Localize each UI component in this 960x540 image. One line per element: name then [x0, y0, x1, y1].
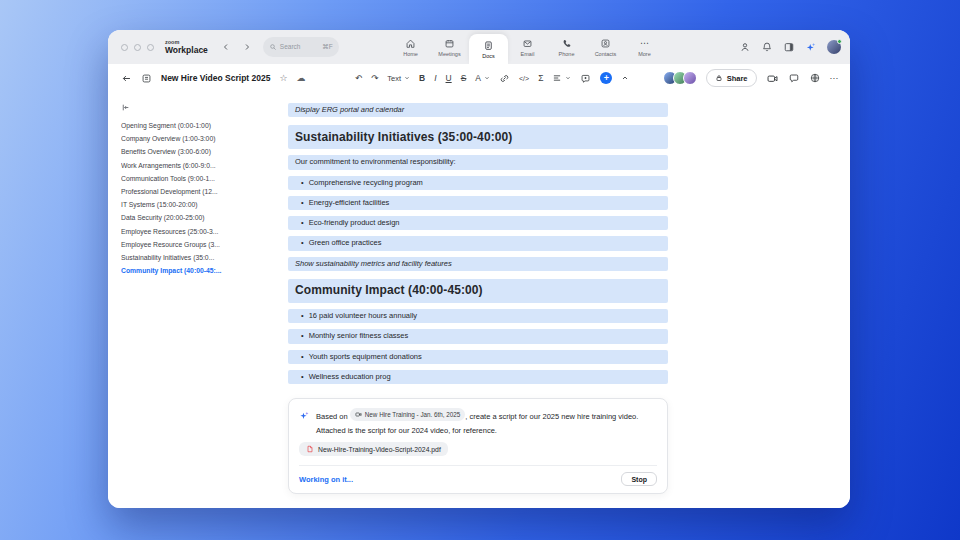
doc-block-h[interactable]: Sustainability Initiatives (35:00-40:00) [288, 125, 668, 149]
share-button[interactable]: Share [706, 69, 757, 87]
text-style-dropdown[interactable]: Text [387, 74, 410, 83]
document-body[interactable]: Display ERG portal and calendarSustainab… [288, 92, 668, 508]
side-panel-icon[interactable] [783, 41, 795, 53]
tab-contacts[interactable]: Contacts [586, 30, 625, 64]
outline-item[interactable]: Sustainability Initiatives (35:0... [121, 251, 273, 264]
redo-icon[interactable]: ↷ [371, 74, 378, 83]
doc-block-bullet[interactable]: •Comprehensive recycling program [288, 176, 668, 190]
collapse-outline-icon[interactable] [121, 103, 280, 112]
logo-workplace-text: Workplace [165, 46, 208, 55]
outline-item[interactable]: Benefits Overview (3:00-6:00) [121, 145, 273, 158]
phone-icon [561, 37, 572, 49]
window-controls[interactable] [121, 44, 154, 51]
desktop: { "colors": { "accent_blue": "#1a6ef5", … [0, 0, 960, 540]
undo-icon[interactable]: ↶ [355, 74, 362, 83]
outline-item[interactable]: Data Security (20:00-25:00) [121, 211, 273, 224]
doc-block-bullet[interactable]: •Green office practices [288, 236, 668, 250]
doc-block-bullet[interactable]: •Youth sports equipment donations [288, 350, 668, 364]
favorite-star-icon[interactable]: ☆ [279, 74, 287, 83]
outline-list: Opening Segment (0:00-1:00)Company Overv… [121, 119, 280, 277]
contacts-status-icon[interactable] [739, 41, 751, 53]
tab-label: Phone [559, 51, 575, 57]
tab-more[interactable]: ⋯More [625, 30, 664, 64]
stop-button[interactable]: Stop [621, 472, 657, 486]
doc-list-icon[interactable] [141, 73, 152, 84]
more-options-icon[interactable]: ⋯ [830, 74, 839, 83]
doc-block-italic[interactable]: Display ERG portal and calendar [288, 103, 668, 117]
video-camera-icon[interactable] [766, 72, 779, 85]
search-icon [269, 43, 277, 51]
meeting-reference-chip[interactable]: New Hire Training - Jan. 6th, 2025 [350, 408, 466, 421]
bullet-text: Green office practices [309, 239, 382, 247]
globe-icon[interactable] [809, 72, 821, 84]
ai-prompt-text: Based on New Hire Training - Jan. 6th, 2… [316, 408, 638, 437]
home-icon [405, 37, 416, 49]
zoom-window-button[interactable] [147, 44, 154, 51]
pdf-attachment-chip[interactable]: New-Hire-Training-Video-Script-2024.pdf [299, 442, 448, 456]
bullet-text: 16 paid volunteer hours annually [309, 312, 417, 320]
italic-button[interactable]: I [434, 74, 436, 83]
collapse-toolbar-icon[interactable] [621, 74, 629, 82]
online-status-dot [837, 39, 842, 44]
bullet-dot: • [301, 199, 304, 207]
outline-item[interactable]: IT Systems (15:00-20:00) [121, 198, 273, 211]
outline-item[interactable]: Opening Segment (0:00-1:00) [121, 119, 273, 132]
notifications-bell-icon[interactable] [761, 41, 773, 53]
collaborator-avatar[interactable] [683, 71, 697, 85]
formula-icon[interactable]: Σ [538, 74, 543, 83]
outline-item[interactable]: Employee Resource Groups (3... [121, 238, 273, 251]
search-shortcut: ⌘F [322, 43, 332, 51]
doc-block-bullet[interactable]: •Monthly senior fitness classes [288, 329, 668, 343]
comment-icon[interactable] [580, 73, 591, 84]
doc-block-bullet[interactable]: •Eco-friendly product design [288, 216, 668, 230]
tab-email[interactable]: Email [508, 30, 547, 64]
nav-forward-button[interactable] [243, 43, 251, 51]
document-icon [483, 39, 494, 51]
doc-block-h[interactable]: Community Impact (40:00-45:00) [288, 279, 668, 303]
bullet-text: Wellness education prog [309, 373, 391, 381]
strikethrough-button[interactable]: S [461, 74, 467, 83]
doc-block-bullet[interactable]: •Energy-efficient facilities [288, 196, 668, 210]
tab-phone[interactable]: Phone [547, 30, 586, 64]
bullet-dot: • [301, 239, 304, 247]
doc-block-italic[interactable]: Show sustainability metrics and facility… [288, 257, 668, 271]
text-color-dropdown[interactable]: A [475, 74, 490, 83]
doc-block-p[interactable]: Our commitment to environmental responsi… [288, 155, 668, 169]
ellipsis-icon: ⋯ [640, 37, 649, 49]
close-window-button[interactable] [121, 44, 128, 51]
underline-button[interactable]: U [446, 74, 452, 83]
document-title[interactable]: New Hire Video Script 2025 [161, 73, 270, 83]
bold-button[interactable]: B [419, 74, 425, 83]
bullet-dot: • [301, 312, 304, 320]
bullet-text: Monthly senior fitness classes [309, 332, 409, 340]
tab-home[interactable]: Home [391, 30, 430, 64]
outline-item[interactable]: Professional Development (12... [121, 185, 273, 198]
document-outline-sidebar: Opening Segment (0:00-1:00)Company Overv… [108, 92, 280, 508]
outline-item[interactable]: Employee Resources (25:00-3... [121, 225, 273, 238]
tab-docs[interactable]: Docs [469, 34, 508, 64]
ai-companion-icon[interactable] [805, 41, 817, 53]
bullet-dot: • [301, 332, 304, 340]
outline-item[interactable]: Community Impact (40:00-45:... [121, 264, 273, 277]
outline-item[interactable]: Communication Tools (9:00-1... [121, 172, 273, 185]
link-icon[interactable] [499, 73, 510, 84]
user-avatar[interactable] [827, 40, 841, 54]
insert-plus-button[interactable]: + [600, 72, 612, 84]
code-icon[interactable]: </> [519, 75, 529, 82]
contacts-icon [600, 37, 611, 49]
nav-back-button[interactable] [222, 43, 230, 51]
app-tabs: HomeMeetingsDocsEmailPhoneContacts⋯More [391, 30, 664, 64]
back-arrow-icon[interactable] [121, 73, 132, 84]
outline-item[interactable]: Company Overview (1:00-3:00) [121, 132, 273, 145]
search-input[interactable]: Search ⌘F [263, 37, 339, 57]
chat-bubble-icon[interactable] [788, 72, 800, 84]
tab-meetings[interactable]: Meetings [430, 30, 469, 64]
outline-item[interactable]: Work Arrangements (6:00-9:0... [121, 159, 273, 172]
doc-block-bullet[interactable]: •16 paid volunteer hours annually [288, 309, 668, 323]
collaborator-avatars[interactable] [663, 71, 697, 85]
bullet-dot: • [301, 219, 304, 227]
minimize-window-button[interactable] [134, 44, 141, 51]
tab-label: Docs [482, 53, 495, 59]
doc-block-bullet[interactable]: •Wellness education prog [288, 370, 668, 384]
align-dropdown[interactable] [552, 73, 571, 83]
